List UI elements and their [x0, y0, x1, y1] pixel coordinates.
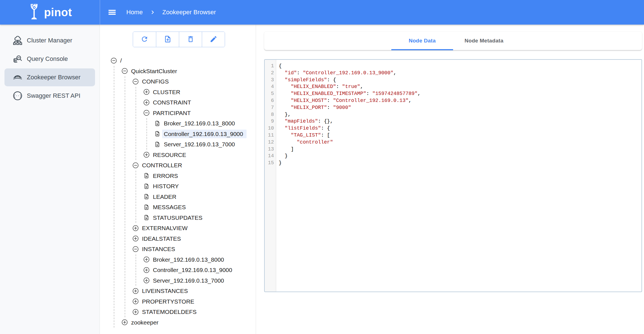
tree-node-leader[interactable]: LEADER: [143, 192, 256, 202]
sidebar-item-label: Zookeeper Browser: [27, 74, 80, 81]
plus-circle-icon[interactable]: [132, 288, 139, 294]
tree-node-label: LEADER: [153, 193, 176, 200]
add-node-button[interactable]: [156, 32, 179, 47]
tree-node-controller-192-169-0-13-9000[interactable]: Controller_192.169.0.13_9000: [143, 265, 256, 275]
breadcrumb-current-page: Zookeeper Browser: [162, 9, 216, 16]
tree-node-label: /: [120, 57, 122, 64]
tree-node-broker-192-169-0-13-8000[interactable]: Broker_192.169.0.13_8000: [154, 118, 256, 129]
tree-node-label: STATEMODELDEFS: [142, 308, 196, 315]
code-line: "HELIX_ENABLED_TIMESTAMP": "159742485778…: [279, 90, 641, 97]
plus-circle-icon[interactable]: [132, 309, 139, 315]
minus-circle-icon[interactable]: [132, 162, 139, 168]
minus-circle-icon[interactable]: [111, 58, 117, 64]
tab-node-metadata[interactable]: Node Metadata: [453, 32, 515, 50]
sidebar-item-label: Swagger REST API: [27, 92, 80, 99]
sidebar-item-zookeeper-browser[interactable]: zooZookeeper Browser: [4, 68, 95, 86]
line-number: 1: [265, 63, 274, 70]
sidebar-item-swagger-rest-api[interactable]: {··}Swagger REST API: [4, 87, 95, 105]
code-line: },: [279, 111, 641, 118]
tree-toolbar: [133, 32, 225, 47]
plus-circle-icon[interactable]: [143, 267, 150, 273]
file-icon: [143, 214, 150, 221]
tree-node-[interactable]: /: [111, 55, 256, 66]
minus-circle-icon[interactable]: [143, 110, 150, 116]
plus-circle-icon[interactable]: [132, 298, 139, 304]
tree-children: Broker_192.169.0.13_8000Controller_192.1…: [146, 118, 256, 150]
tree-node-errors[interactable]: ERRORS: [143, 171, 256, 181]
tree-node-messages[interactable]: MESSAGES: [143, 202, 256, 213]
breadcrumb-home[interactable]: Home: [126, 9, 143, 16]
tree-node-propertystore[interactable]: PROPERTYSTORE: [132, 296, 256, 307]
tree-node-liveinstances[interactable]: LIVEINSTANCES: [132, 286, 256, 296]
code-line: "HELIX_HOST": "Controller_192.169.0.13",: [279, 97, 641, 104]
code-line: "TAG_LIST": [: [279, 132, 641, 139]
code-line: {: [279, 63, 641, 70]
zookeeper-tree: /QuickStartClusterCONFIGSCLUSTERCONSTRAI…: [111, 55, 256, 328]
tree-node-instances[interactable]: INSTANCES: [132, 244, 256, 254]
main-content: Node Data Node Metadata 1234567891011121…: [256, 25, 644, 334]
tree-node-label: STATUSUPDATES: [153, 214, 202, 221]
tree-node-broker-192-169-0-13-8000[interactable]: Broker_192.169.0.13_8000: [143, 254, 256, 265]
plus-circle-icon[interactable]: [132, 225, 139, 231]
tree-node-statusupdates[interactable]: STATUSUPDATES: [143, 213, 256, 223]
tree-node-history[interactable]: HISTORY: [143, 181, 256, 192]
edit-node-button[interactable]: [202, 32, 225, 47]
minus-circle-icon[interactable]: [132, 246, 139, 252]
tree-node-controller[interactable]: CONTROLLER: [132, 160, 256, 171]
code-editor[interactable]: { "id": "Controller_192.169.0.13_9000", …: [276, 60, 641, 292]
plus-circle-icon[interactable]: [143, 277, 150, 283]
tree-node-label: QuickStartCluster: [131, 68, 177, 75]
file-icon: [154, 131, 160, 137]
plus-circle-icon[interactable]: [143, 256, 150, 263]
tree-node-externalview[interactable]: EXTERNALVIEW: [132, 223, 256, 233]
tree-node-participant[interactable]: PARTICIPANT: [143, 108, 256, 118]
line-number: 11: [265, 132, 274, 139]
code-line: "HELIX_ENABLED": "true",: [279, 83, 641, 90]
tab-node-data[interactable]: Node Data: [391, 32, 453, 50]
plus-circle-icon[interactable]: [122, 319, 128, 325]
tree-node-label: MESSAGES: [153, 204, 186, 211]
minus-circle-icon[interactable]: [132, 78, 139, 85]
delete-node-button[interactable]: [179, 32, 202, 47]
brand-logo: pinot: [0, 0, 100, 25]
sidebar-item-query-console[interactable]: Query Console: [4, 50, 95, 68]
line-number: 10: [265, 125, 274, 132]
file-icon: [143, 194, 150, 200]
line-number: 5: [265, 90, 274, 97]
refresh-button[interactable]: [133, 32, 156, 47]
tree-node-label: CONSTRAINT: [153, 99, 191, 106]
tree-node-configs[interactable]: CONFIGS: [132, 76, 256, 87]
sidebar-item-cluster-manager[interactable]: Cluster Manager: [4, 32, 95, 49]
plus-circle-icon[interactable]: [132, 235, 139, 242]
tree-node-server-192-169-0-13-7000[interactable]: Server_192.169.0.13_7000: [154, 139, 256, 150]
tree-node-label: CONFIGS: [142, 78, 169, 85]
sidebar-item-label: Query Console: [27, 55, 68, 63]
tree-node-constraint[interactable]: CONSTRAINT: [143, 97, 256, 108]
minus-circle-icon[interactable]: [122, 68, 128, 74]
plus-circle-icon[interactable]: [143, 99, 150, 106]
node-tabs: Node Data Node Metadata: [264, 32, 642, 50]
tree-node-controller-192-169-0-13-9000[interactable]: Controller_192.169.0.13_9000: [154, 129, 256, 139]
svg-text:zoo: zoo: [16, 76, 19, 78]
tree-node-label: Server_192.169.0.13_7000: [164, 141, 235, 148]
hamburger-icon[interactable]: [107, 8, 117, 17]
zookeeper-icon: zoo: [13, 72, 23, 82]
tree-node-zookeeper[interactable]: zookeeper: [122, 317, 256, 328]
code-line: "listFields": {: [279, 125, 641, 132]
line-number: 3: [265, 77, 274, 84]
edit-icon: [210, 35, 217, 44]
tree-node-resource[interactable]: RESOURCE: [143, 150, 256, 160]
plus-circle-icon[interactable]: [143, 152, 150, 158]
tree-node-label: CLUSTER: [153, 89, 180, 96]
tree-node-quickstartcluster[interactable]: QuickStartCluster: [122, 66, 256, 77]
tree-node-label: Broker_192.169.0.13_8000: [153, 256, 224, 263]
tree-node-statemodeldefs[interactable]: STATEMODELDEFS: [132, 307, 256, 317]
file-icon: [143, 173, 150, 179]
tree-node-server-192-169-0-13-7000[interactable]: Server_192.169.0.13_7000: [143, 275, 256, 286]
tree-node-cluster[interactable]: CLUSTER: [143, 87, 256, 97]
code-line: "HELIX_PORT": "9000": [279, 104, 641, 111]
editor-line-numbers: 123456789101112131415: [265, 60, 276, 292]
tree-node-idealstates[interactable]: IDEALSTATES: [132, 233, 256, 244]
plus-circle-icon[interactable]: [143, 89, 150, 95]
code-line: "simpleFields": {: [279, 77, 641, 84]
